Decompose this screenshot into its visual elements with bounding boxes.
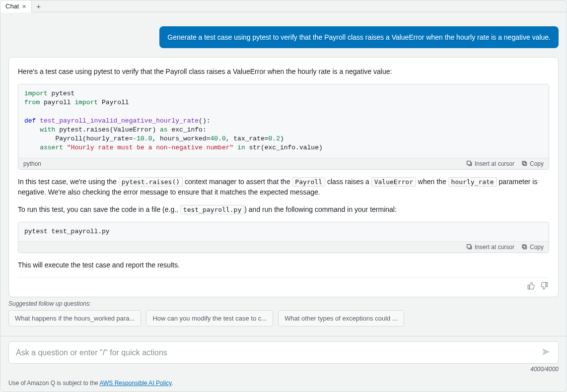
copy-button[interactable]: Copy	[521, 244, 544, 251]
user-message-row: Generate a test case using pytest to ver…	[8, 26, 559, 48]
inline-code: pytest.raises()	[119, 177, 183, 187]
disclaimer: Use of Amazon Q is subject to the AWS Re…	[8, 380, 559, 387]
code-content: import pytest from payroll import Payrol…	[18, 84, 549, 157]
copy-icon	[521, 160, 528, 167]
thumbs-up-icon[interactable]	[527, 282, 535, 290]
suggested-question-3[interactable]: What other types of exceptions could ...	[278, 310, 404, 327]
assistant-message: Here's a test case using pytest to verif…	[8, 57, 559, 297]
code-footer: python Insert at cursor Copy	[18, 158, 549, 169]
code-block-1: import pytest from payroll import Payrol…	[18, 84, 549, 169]
assistant-intro: Here's a test case using pytest to verif…	[18, 66, 549, 77]
close-icon[interactable]: ×	[22, 3, 26, 10]
suggested-label: Suggested follow up questions:	[8, 300, 559, 307]
thumbs-down-icon[interactable]	[540, 282, 548, 290]
insert-icon	[466, 160, 473, 167]
send-icon	[541, 347, 551, 357]
new-tab-button[interactable]: +	[32, 2, 46, 10]
code-block-2: pytest test_payroll.py Insert at cursor …	[18, 222, 549, 253]
tab-label: Chat	[5, 2, 19, 10]
svg-rect-1	[523, 162, 527, 166]
user-message: Generate a test case using pytest to ver…	[159, 26, 559, 48]
inline-code: test_payroll.py	[180, 205, 244, 214]
inline-code: hourly_rate	[448, 177, 497, 187]
send-button[interactable]	[541, 347, 551, 358]
assistant-outro: This will execute the test case and repo…	[18, 260, 549, 270]
code-content: pytest test_payroll.py	[18, 222, 549, 241]
assistant-explain-2: To run this test, you can save the code …	[18, 204, 549, 215]
suggested-row: What happens if the hours_worked para...…	[0, 310, 567, 332]
feedback-row	[18, 277, 549, 292]
code-language-label: python	[23, 160, 41, 167]
code-footer: Insert at cursor Copy	[18, 241, 549, 253]
tab-bar: Chat × +	[0, 0, 567, 12]
assistant-explain-1: In this test case, we're using the pytes…	[18, 177, 549, 197]
input-area: 4000/4000 Use of Amazon Q is subject to …	[0, 336, 567, 392]
svg-rect-3	[467, 245, 471, 248]
suggested-question-2[interactable]: How can you modify the test case to c...	[146, 310, 273, 327]
suggested-question-1[interactable]: What happens if the hours_worked para...	[8, 310, 141, 327]
copy-icon	[521, 244, 528, 250]
svg-rect-0	[467, 161, 471, 165]
responsible-ai-link[interactable]: AWS Responsible AI Policy	[99, 380, 171, 387]
chat-input[interactable]	[16, 348, 541, 357]
inline-code: Payroll	[292, 177, 325, 187]
insert-at-cursor-button[interactable]: Insert at cursor	[466, 160, 514, 167]
insert-at-cursor-button[interactable]: Insert at cursor	[466, 244, 514, 251]
inline-code: ValueError	[371, 177, 416, 187]
chat-area: Generate a test case using pytest to ver…	[0, 12, 567, 297]
insert-icon	[466, 244, 473, 250]
svg-rect-2	[522, 161, 526, 165]
svg-rect-5	[522, 245, 526, 248]
svg-rect-4	[523, 246, 527, 249]
chat-input-wrapper[interactable]	[8, 341, 559, 364]
tab-chat[interactable]: Chat ×	[0, 0, 32, 12]
copy-button[interactable]: Copy	[521, 160, 544, 167]
char-count: 4000/4000	[8, 366, 559, 373]
